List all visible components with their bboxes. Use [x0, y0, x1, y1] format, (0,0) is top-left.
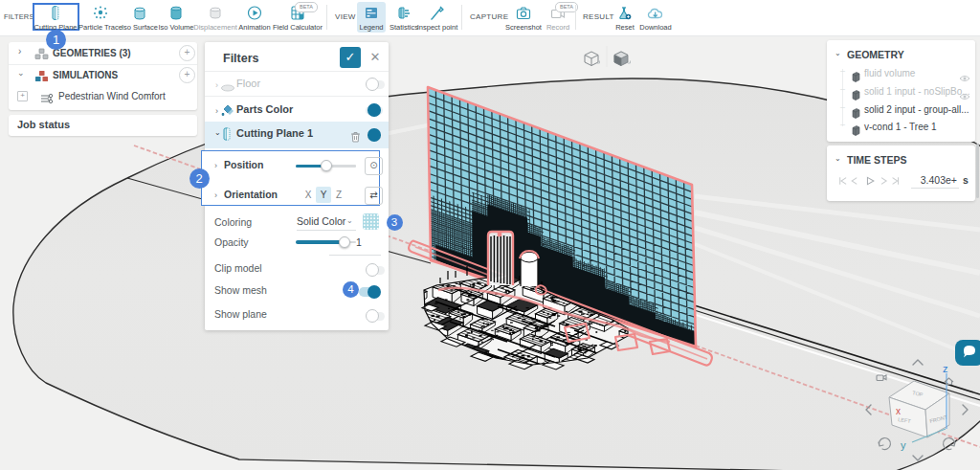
svg-text:z: z: [943, 363, 948, 374]
svg-text:y: y: [901, 439, 906, 451]
svg-text:x: x: [896, 406, 901, 416]
